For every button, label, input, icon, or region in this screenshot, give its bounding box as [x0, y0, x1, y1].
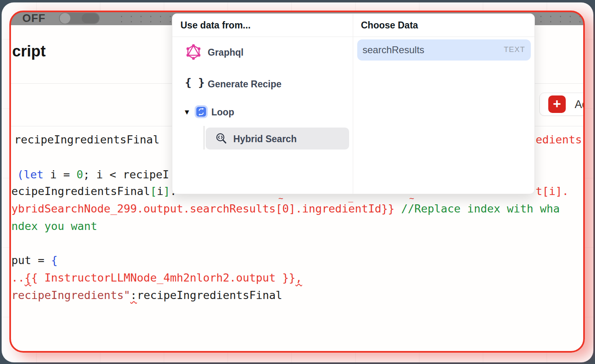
code-line-1-left: recipeIngredientsFinal	[14, 133, 160, 146]
data-picker-popover: Use data from... Choose Data Graphql { }…	[172, 13, 535, 194]
code-line-3-right-fragment: t[i].	[536, 185, 569, 197]
source-item-graphql[interactable]: Graphql	[180, 41, 347, 63]
code-line-2: (let i = 0; i < recipeI	[17, 168, 169, 181]
source-item-label: Generate Recipe	[208, 79, 282, 90]
code-line-6: put = {	[11, 254, 58, 266]
code-line-4: ybridSearchNode_299.output.searchResults…	[11, 202, 560, 215]
code-line-3-fragment-1: ~	[278, 193, 283, 203]
source-item-label: Graphql	[208, 47, 243, 58]
graphql-icon	[186, 44, 201, 61]
popover-column-divider	[353, 14, 353, 194]
data-option-searchresults[interactable]: searchResults TEXT	[357, 39, 531, 61]
code-line-1-right-fragment: edients	[536, 133, 582, 146]
loop-icon	[195, 105, 208, 118]
code-search-icon	[215, 132, 227, 146]
use-data-from-header: Use data from...	[180, 20, 251, 31]
toggle-knob[interactable]	[60, 13, 70, 24]
add-button[interactable]: + Ad	[539, 93, 584, 116]
plus-icon: +	[548, 95, 566, 113]
source-item-generate-recipe[interactable]: { } Generate Recipe	[180, 73, 347, 95]
data-option-name: searchResults	[363, 44, 424, 56]
page-title: cript	[12, 43, 46, 60]
choose-data-header: Choose Data	[361, 20, 418, 31]
code-line-5: ndex you want	[11, 220, 97, 232]
toggle-track-segment	[82, 13, 99, 23]
code-line-3-left: ecipeIngredientsFinal[i].	[11, 185, 176, 197]
off-label: OFF	[22, 12, 46, 25]
popover-header-divider	[172, 37, 534, 37]
code-line-8: recipeIngredients":recipeIngredientsFina…	[11, 289, 282, 301]
data-type-badge: TEXT	[504, 45, 525, 54]
add-button-label: Ad	[575, 98, 584, 111]
source-item-hybrid-search[interactable]: Hybrid Search	[206, 128, 349, 150]
code-line-3-fragment-3: ~	[409, 193, 414, 203]
source-item-loop[interactable]: ▼ Loop	[180, 104, 347, 124]
chevron-down-icon[interactable]: ▼	[183, 108, 191, 117]
source-item-label: Loop	[211, 107, 234, 118]
toggle-switch[interactable]	[59, 13, 100, 24]
page: OFF cript + Ad recipeIngredientsFinal ed…	[0, 0, 595, 364]
tree-indent-guide	[204, 126, 204, 150]
script-panel: OFF cript + Ad recipeIngredientsFinal ed…	[10, 11, 584, 352]
code-line-7: ..{{ InstructorLLMNode_4mh2nlorh2.output…	[11, 271, 302, 284]
source-item-label: Hybrid Search	[233, 134, 297, 145]
braces-icon: { }	[185, 76, 205, 89]
